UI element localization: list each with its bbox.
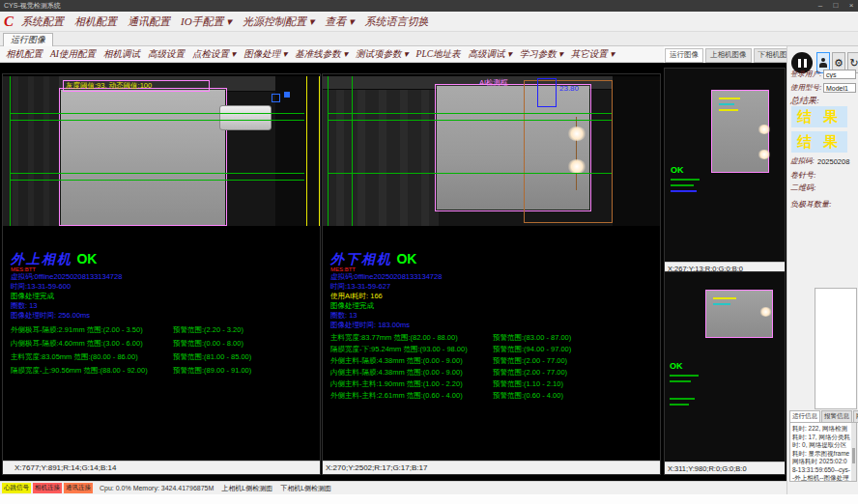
maximize-icon[interactable]: □ (831, 0, 841, 12)
measurement-row: 外侧主料-隔膜:4.38mm 范围:(0.00 - 9.00) 预警范围:(2.… (330, 356, 656, 368)
measurement-text: 外侧主料-隔膜:4.38mm 范围:(0.00 - 9.00) (330, 356, 493, 368)
pin-number-label: 卷针号: (790, 170, 816, 181)
pause-icon (804, 59, 807, 68)
preview-tab-upper-camera[interactable]: 上相机图像 (705, 48, 752, 63)
preview-info-line (670, 380, 691, 382)
blue-roi-box (537, 78, 557, 107)
tool-advanced-settings[interactable]: 高级设置 (148, 48, 185, 61)
preview-info-line (670, 375, 699, 377)
measurement-text: 内侧极耳-隔膜:4.60mm 范围:(3.00 - 6.00) (11, 339, 173, 352)
tool-image-processing[interactable]: 图像处理 ▾ (243, 48, 287, 61)
log-output[interactable]: 耗时: 222, 网络检测耗时: 17, 网络分类耗时: 0, 网络提取分区耗时… (789, 422, 857, 482)
tab-run-image[interactable]: 运行图像 (3, 33, 53, 46)
tool-camera-debug[interactable]: 相机调试 (103, 48, 140, 61)
menu-comm-config[interactable]: 通讯配置 (128, 14, 170, 29)
tool-learning-params[interactable]: 学习参数 ▾ (520, 48, 563, 61)
machinery-left-block (323, 76, 439, 226)
minimize-icon[interactable]: – (815, 0, 825, 12)
measurement-warning: 预警范围:(2.00 - 77.00) (493, 356, 567, 368)
preview-tab-run[interactable]: 运行图像 (665, 48, 703, 63)
left-camera-image: 灰度阈值:93, 动态阈值:100 (3, 76, 320, 226)
tool-camera-config[interactable]: 相机配置 (6, 48, 43, 61)
lower-camera-preview[interactable]: OK X:311;Y:980;R:0;G:0;B:0 (664, 271, 786, 475)
measurement-warning: 预警范围:(0.00 - 8.00) (173, 339, 243, 352)
model-input[interactable]: Model1 (823, 83, 856, 93)
measurement-text: 隔膜宽度-上:90.56mm 范围:(88.00 - 92.00) (11, 366, 173, 379)
upper-camera-link[interactable]: 上相机L侧检测图 (221, 484, 272, 493)
machinery-left-column (3, 76, 59, 226)
close-icon[interactable]: × (846, 0, 856, 12)
yellow-edge-line (319, 76, 320, 226)
right-virtual-code: 虚拟码:0ffline20250208133134728 (330, 272, 442, 282)
blue-measure-value: 23.80 (559, 84, 579, 93)
tool-other-settings[interactable]: 其它设置 ▾ (571, 48, 615, 61)
measurement-row: 外侧极耳-隔膜:2.91mm 范围:(2.00 - 3.50) 预警范围:(2.… (11, 325, 316, 339)
left-result-header: 外上相机 OK MES:BTT 虚拟码:0ffline2025020813313… (11, 250, 122, 321)
bright-reflection (758, 150, 771, 159)
toolbar: 相机配置 AI使用配置 相机调试 高级设置 点检设置 ▾ 图像处理 ▾ 基准线参… (0, 46, 664, 63)
log-scrollbar[interactable] (851, 423, 856, 481)
measurement-text: 隔膜宽度-下:95.24mm 范围:(93.00 - 98.00) (330, 345, 493, 356)
green-guide-line (11, 120, 304, 121)
green-guide-line (328, 120, 612, 121)
model-field: 使用型号: Model1 (790, 83, 856, 93)
preview-tab-strip: 运行图像 上相机图像 下相机图像 (665, 48, 799, 63)
preview-ok-badge: OK (671, 165, 684, 175)
left-measurement-list: 外侧极耳-隔膜:2.91mm 范围:(2.00 - 3.50) 预警范围:(2.… (11, 325, 316, 379)
right-camera-view[interactable]: 23.80 AI检测框 外下相机 OK MES:BTT 虚拟码:0ffline2… (322, 73, 661, 475)
menu-language-switch[interactable]: 系统语言切换 (364, 14, 428, 29)
measurement-row: 主料宽度:83.77mm 范围:(82.00 - 88.00) 预警范围:(83… (330, 333, 656, 345)
bright-reflection (567, 159, 586, 174)
measurement-text: 内侧主料-隔膜:4.38mm 范围:(0.00 - 9.00) (330, 368, 493, 379)
left-time: 时间:13-31-59-600 (11, 282, 122, 292)
measurement-warning: 预警范围:(0.60 - 4.00) (493, 391, 563, 403)
lower-camera-link[interactable]: 下相机L侧检测图 (280, 484, 331, 493)
menu-camera-config[interactable]: 相机配置 (74, 14, 117, 29)
virtual-code-value: 20250208 (817, 157, 849, 166)
main-display-area: 灰度阈值:93, 动态阈值:100 外上相机 OK MES:BTT 虚拟码:0f… (0, 63, 786, 481)
menu-light-config[interactable]: 光源控制配置 ▾ (243, 14, 314, 29)
measurement-warning: 预警范围:(89.00 - 91.00) (173, 366, 251, 379)
qr-code-label: 二维码: (790, 182, 816, 193)
preview-annotation (713, 297, 736, 299)
log-scrollbar-thumb[interactable] (852, 448, 855, 463)
left-process-done: 图像处理完成 (11, 292, 122, 301)
measurement-text: 内侧主料-主料:1.90mm 范围:(1.00 - 2.20) (330, 379, 493, 391)
right-process-done: 图像处理完成 (330, 301, 442, 311)
menu-bar: C 系统配置 相机配置 通讯配置 IO手配置 ▾ 光源控制配置 ▾ 查看 ▾ 系… (0, 12, 858, 32)
tool-test-params[interactable]: 测试项参数 ▾ (356, 48, 409, 61)
lower-preview-coordinate-bar: X:311;Y:980;R:0;G:0;B:0 (665, 462, 785, 474)
right-loop-count: 圈数: 13 (330, 311, 442, 321)
user-icon (819, 58, 827, 68)
measurement-row: 隔膜宽度-上:90.56mm 范围:(88.00 - 92.00) 预警范围:(… (11, 366, 316, 379)
menu-view[interactable]: 查看 ▾ (325, 14, 354, 29)
preview-annotation (719, 109, 738, 111)
left-camera-view[interactable]: 灰度阈值:93, 动态阈值:100 外上相机 OK MES:BTT 虚拟码:0f… (2, 73, 321, 475)
left-coordinate-bar: X:7677;Y:891;R:14;G:14;B:14 (3, 461, 320, 474)
bright-reflection (759, 307, 772, 317)
login-user-input[interactable]: cys (823, 70, 856, 79)
cpu-memory-status: Cpu: 0.0% Memory: 3424.41796875M (100, 485, 214, 491)
preview-info-line (671, 184, 694, 186)
preview-ok-badge: OK (670, 361, 683, 371)
menu-io-config[interactable]: IO手配置 ▾ (181, 14, 232, 29)
bright-reflection (758, 125, 771, 134)
tool-ai-usage-config[interactable]: AI使用配置 (50, 48, 96, 61)
result-list[interactable] (815, 288, 857, 409)
right-ok-badge: OK (396, 251, 416, 266)
upper-camera-preview[interactable]: OK X:267;Y:13;R:0;G:0;B:0 (664, 68, 786, 275)
green-guide-line (328, 173, 612, 174)
tool-plc-address[interactable]: PLC地址表 (416, 48, 461, 61)
login-user-field: 登录用户: cys (790, 70, 856, 79)
tool-spot-check[interactable]: 点检设置 ▾ (192, 48, 236, 61)
measurement-row: 主料宽度:83.05mm 范围:(80.00 - 86.00) 预警范围:(81… (11, 352, 316, 366)
measurement-text: 外侧主料-主料:2.61mm 范围:(0.60 - 4.00) (330, 391, 493, 403)
measurement-text: 外侧极耳-隔膜:2.91mm 范围:(2.00 - 3.50) (11, 325, 173, 339)
menu-system-config[interactable]: 系统配置 (21, 14, 64, 29)
tool-advanced-debug[interactable]: 高级调试 ▾ (469, 48, 512, 61)
preview-info-line (671, 190, 697, 192)
tool-baseline-params[interactable]: 基准线参数 ▾ (295, 48, 348, 61)
window-title: CYS-视觉检测系统 (4, 2, 61, 9)
blue-marker-dot (284, 92, 290, 98)
measurement-warning: 预警范围:(2.20 - 3.20) (173, 325, 243, 339)
